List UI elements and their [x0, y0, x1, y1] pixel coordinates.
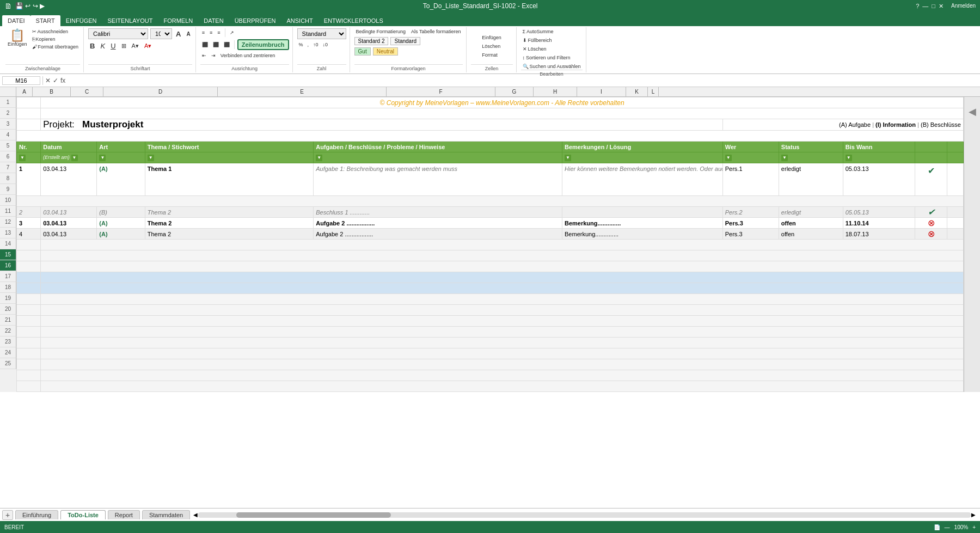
row-num-17[interactable]: 17	[0, 271, 16, 282]
filter-e[interactable]: ▼	[314, 152, 562, 163]
row-num-18[interactable]: 18	[0, 282, 16, 293]
indent-inc-button[interactable]: ⇥	[210, 52, 217, 59]
delete-cell-button[interactable]: Löschen	[480, 43, 502, 50]
formula-input[interactable]	[68, 77, 978, 84]
cell-2-span[interactable]	[41, 108, 964, 119]
cell-row2-nr[interactable]: 2	[17, 207, 41, 218]
cell-row1-aufgaben[interactable]: Aufgabe 1: Beschreibung was gemacht werd…	[314, 163, 562, 196]
scrollbar-thumb[interactable]	[236, 512, 391, 518]
cell-row1-art[interactable]: (A)	[97, 163, 145, 196]
add-sheet-button[interactable]: +	[2, 510, 13, 520]
align-left-button[interactable]: ⬛	[200, 41, 210, 48]
cell-row3-nr[interactable]: 3	[17, 218, 41, 229]
filter-btn-h[interactable]: ▼	[781, 155, 788, 161]
row-num-22[interactable]: 22	[0, 326, 16, 336]
zeilenumbruch-button[interactable]: Zeilenumbruch	[237, 39, 289, 50]
confirm-formula-icon[interactable]: ✓	[53, 77, 58, 84]
sort-button[interactable]: ↕ Sortieren und Filtern	[521, 54, 572, 61]
row-num-6[interactable]: 6	[0, 151, 16, 162]
col-header-g[interactable]: G	[495, 87, 534, 96]
cell-13-a[interactable]	[17, 250, 41, 261]
tab-ueberpruefen[interactable]: ÜBERPRÜFEN	[229, 15, 281, 26]
col-header-h[interactable]: H	[534, 87, 577, 96]
cell-19-span[interactable]	[41, 316, 964, 327]
cell-row3-l[interactable]	[947, 218, 964, 229]
cell-row4-bemerkungen[interactable]: Bemerkung..............	[562, 229, 723, 240]
cell-17-a[interactable]	[17, 294, 41, 305]
cell-row1-biswann[interactable]: 05.03.13	[843, 163, 915, 196]
font-color-button[interactable]: A▾	[143, 42, 153, 50]
clear-button[interactable]: ✕ Löschen	[521, 46, 548, 52]
filter-b[interactable]: (Erstellt am) ▼	[41, 152, 97, 163]
sheet-tab-todo-liste[interactable]: ToDo-Liste	[60, 510, 106, 519]
tab-formeln[interactable]: FORMELN	[158, 15, 198, 26]
cell-25-a[interactable]	[17, 381, 41, 392]
maximize-button[interactable]: □	[932, 3, 935, 10]
cell-16-a[interactable]	[17, 283, 41, 294]
filter-btn-b[interactable]: ▼	[71, 155, 78, 161]
anmelden-link[interactable]: Anmelden	[951, 3, 976, 10]
filter-h[interactable]: ▼	[779, 152, 843, 163]
cell-19-a[interactable]	[17, 316, 41, 327]
col-header-l[interactable]: L	[648, 87, 659, 96]
row-num-5[interactable]: 5	[0, 140, 16, 151]
cell-row1-bemerkungen[interactable]: Hier können weitere Bemerkungen notiert …	[562, 163, 723, 196]
cell-row4-biswann[interactable]: 18.07.13	[843, 229, 915, 240]
cell-15-a[interactable]	[17, 272, 41, 283]
row-num-23[interactable]: 23	[0, 336, 16, 347]
cell-row2-wer[interactable]: Pers.2	[722, 207, 779, 218]
cell-row2-bemerkungen[interactable]	[562, 207, 723, 218]
cell-row3-wer[interactable]: Pers.3	[722, 218, 779, 229]
filter-k[interactable]	[915, 152, 947, 163]
comma-button[interactable]: ,	[306, 41, 311, 48]
col-header-a[interactable]: A	[16, 87, 33, 96]
sheet-tab-stammdaten[interactable]: Stammdaten	[142, 510, 190, 519]
insert-function-icon[interactable]: fx	[60, 77, 65, 84]
cell-row2-aufgaben[interactable]: Beschluss 1 ............	[314, 207, 562, 218]
cell-15-span[interactable]	[41, 272, 964, 283]
cell-16-span[interactable]	[41, 283, 964, 294]
neutral-style[interactable]: Neutral	[373, 47, 398, 56]
minimize-button[interactable]: —	[922, 3, 928, 10]
cell-row1-thema[interactable]: Thema 1	[145, 163, 313, 196]
horizontal-scroll-area[interactable]: ◀ ▶	[191, 512, 978, 518]
standard-style[interactable]: Standard	[390, 37, 420, 45]
row-num-11[interactable]: 11	[0, 206, 16, 217]
row-num-12[interactable]: 12	[0, 217, 16, 228]
orientation-button[interactable]: ↗	[228, 29, 236, 36]
tab-seitenlayout[interactable]: SEITENLAYOUT	[102, 15, 158, 26]
filter-f[interactable]: ▼	[562, 152, 723, 163]
filter-btn-c[interactable]: ▼	[99, 155, 106, 161]
cell-24-span[interactable]	[41, 370, 964, 381]
cell-20-a[interactable]	[17, 327, 41, 338]
tab-datei[interactable]: DATEI	[2, 15, 30, 26]
cell-row4-icon[interactable]: ⊗	[915, 229, 947, 240]
cell-21-span[interactable]	[41, 338, 964, 348]
grow-font-button[interactable]: A	[174, 29, 182, 39]
filter-i[interactable]: ▼	[843, 152, 915, 163]
cell-25-span[interactable]	[41, 381, 964, 392]
row-num-19[interactable]: 19	[0, 293, 16, 304]
fill-color-button[interactable]: A▾	[130, 42, 140, 50]
collapse-arrow-right[interactable]: ◀	[969, 106, 976, 118]
col-header-c[interactable]: C	[71, 87, 103, 96]
status-zoom-in[interactable]: +	[972, 524, 976, 530]
row-num-15[interactable]: 15	[0, 249, 16, 260]
cell-1-a[interactable]	[17, 97, 41, 108]
row-num-1[interactable]: 1	[0, 97, 16, 108]
row-num-25[interactable]: 25	[0, 358, 16, 369]
cell-row2-datum[interactable]: 03.04.13	[41, 207, 97, 218]
underline-button[interactable]: U	[109, 41, 117, 51]
formula-icons[interactable]: ✕ ✓ fx	[45, 77, 65, 84]
row-num-21[interactable]: 21	[0, 315, 16, 326]
filter-g[interactable]: ▼	[722, 152, 779, 163]
cell-12-a[interactable]	[17, 240, 41, 250]
cell-copyright[interactable]: © Copyright by MeineVorlagen – www.Meine…	[41, 97, 964, 108]
cell-row3-status[interactable]: offen	[779, 218, 843, 229]
row-num-14[interactable]: 14	[0, 238, 16, 249]
filter-l[interactable]	[947, 152, 964, 163]
col-header-k[interactable]: K	[626, 87, 648, 96]
window-controls[interactable]: ? — □ ✕ Anmelden	[916, 3, 976, 10]
cell-row3-thema[interactable]: Thema 2	[145, 218, 313, 229]
cell-row1-datum[interactable]: 03.04.13	[41, 163, 97, 196]
